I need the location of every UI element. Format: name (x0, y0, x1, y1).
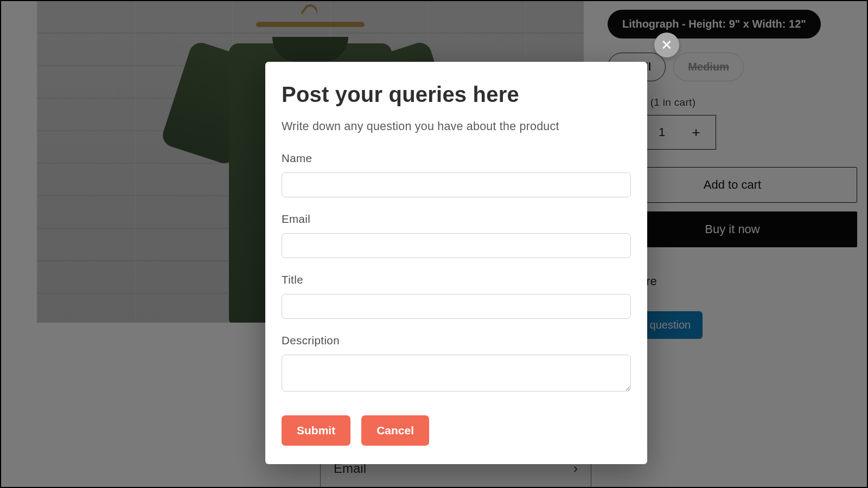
title-input[interactable] (282, 294, 631, 319)
description-label: Description (282, 334, 631, 347)
email-label: Email (282, 213, 631, 226)
cancel-button[interactable]: Cancel (361, 415, 429, 446)
modal-title: Post your queries here (282, 82, 631, 107)
description-textarea[interactable] (282, 355, 631, 391)
close-icon: ✕ (661, 37, 673, 54)
name-input[interactable] (282, 172, 631, 197)
submit-button[interactable]: Submit (282, 415, 350, 446)
modal-subtitle: Write down any question you have about t… (282, 120, 631, 133)
name-label: Name (282, 152, 631, 165)
close-modal-button[interactable]: ✕ (654, 33, 679, 57)
title-label: Title (282, 273, 631, 286)
query-modal: Post your queries here Write down any qu… (265, 62, 647, 464)
email-input[interactable] (282, 233, 631, 258)
